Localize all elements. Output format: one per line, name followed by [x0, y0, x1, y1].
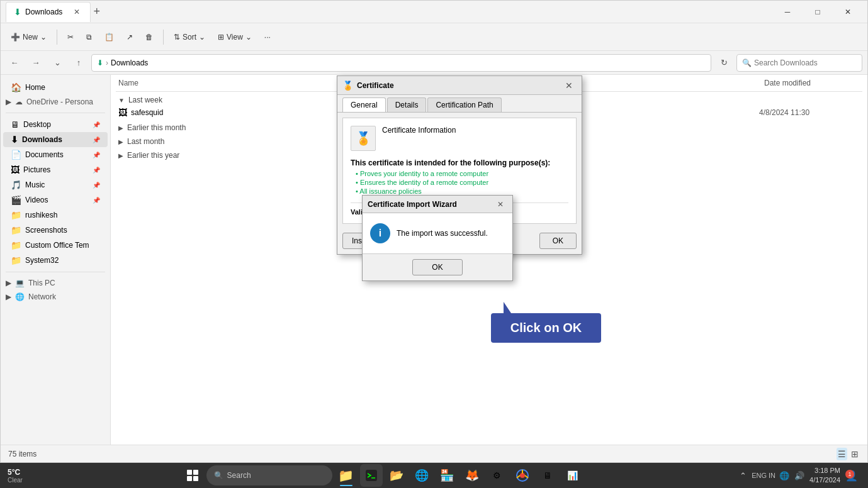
pin-icon-downloads: 📌: [93, 136, 100, 143]
cert-dialog-close-button[interactable]: ✕: [561, 79, 577, 92]
sidebar-item-music[interactable]: 🎵 Music 📌: [3, 177, 108, 192]
file-icon-safesquid: 🖼: [118, 108, 127, 118]
cert-ok-button[interactable]: OK: [539, 233, 577, 249]
more-button[interactable]: ···: [259, 30, 276, 44]
logo-quad-1: [187, 470, 192, 475]
new-tab-button[interactable]: +: [93, 5, 100, 18]
sidebar-label-onedrive: OneDrive - Persona: [26, 97, 93, 106]
copy-button[interactable]: ⧉: [81, 30, 97, 44]
sidebar-item-downloads[interactable]: ⬇ Downloads 📌: [3, 132, 108, 147]
delete-button[interactable]: 🗑: [140, 30, 158, 44]
cut-button[interactable]: ✂: [62, 30, 79, 44]
folder-app-button[interactable]: 📂: [385, 464, 408, 487]
volume-icon[interactable]: 🔊: [793, 470, 806, 482]
remote-app-button[interactable]: 🖥: [536, 464, 559, 487]
back-button[interactable]: ←: [6, 54, 23, 72]
file-date-safesquid: 4/8/2024 11:30: [759, 108, 860, 117]
sidebar-item-documents[interactable]: 📄 Documents 📌: [3, 147, 108, 162]
taskbar-search[interactable]: 🔍 Search: [206, 465, 332, 485]
up-button[interactable]: ↑: [70, 54, 87, 72]
toolbar-separator: [57, 30, 57, 45]
logo-quad-2: [193, 470, 198, 475]
files-app-button[interactable]: 📁: [335, 464, 358, 487]
sidebar-item-this-pc[interactable]: ▶ 💻 This PC: [1, 276, 110, 290]
weather-widget[interactable]: 5°C Clear: [4, 468, 26, 484]
chevron-up-icon[interactable]: ⌃: [738, 470, 748, 482]
sidebar-item-screenshots[interactable]: 📁 Screenshots: [3, 223, 108, 238]
new-button[interactable]: ➕ New ⌄: [6, 30, 52, 44]
rushikesh-icon: 📁: [11, 210, 21, 220]
pc-icon: 💻: [15, 279, 25, 287]
cert-tab-certpath[interactable]: Certification Path: [427, 97, 501, 112]
view-button[interactable]: ⊞ View ⌄: [213, 30, 257, 44]
import-wizard-dialog: Certificate Import Wizard ✕ i The import…: [362, 195, 513, 281]
minimize-button[interactable]: ─: [773, 3, 802, 21]
folder-app-wrap: 📂: [385, 464, 408, 487]
search-box[interactable]: 🔍: [736, 54, 862, 72]
address-path[interactable]: ⬇ › Downloads: [91, 54, 711, 72]
sidebar-item-network[interactable]: ▶ 🌐 Network: [1, 290, 110, 304]
share-button[interactable]: ↗: [121, 30, 138, 44]
store-app-button[interactable]: 🏪: [436, 464, 458, 487]
cert-tab-details[interactable]: Details: [387, 97, 427, 112]
start-button-wrap: [181, 464, 204, 487]
sidebar-label-desktop: Desktop: [23, 120, 51, 129]
view-label: View: [227, 33, 243, 42]
cert-tabs: General Details Certification Path: [337, 95, 582, 113]
weather-desc: Clear: [8, 477, 23, 484]
toolbar: ➕ New ⌄ ✂ ⧉ 📋 ↗ 🗑 ⇅ Sort ⌄ ⊞ View ⌄ ···: [1, 23, 867, 51]
callout-arrow: [504, 302, 511, 313]
list-view-button[interactable]: ☰: [837, 448, 847, 460]
videos-icon: 🎬: [11, 195, 21, 205]
notification-badge: 1: [845, 470, 854, 479]
sidebar-label-documents: Documents: [25, 150, 64, 159]
windows-logo: [187, 470, 198, 481]
maximize-button[interactable]: □: [803, 3, 832, 21]
network-tray-icon[interactable]: 🌐: [778, 470, 791, 482]
app11-button[interactable]: 📊: [561, 464, 584, 487]
sidebar-item-desktop[interactable]: 🖥 Desktop 📌: [3, 117, 108, 132]
sidebar-item-rushikesh[interactable]: 📁 rushikesh: [3, 208, 108, 223]
copy-icon: ⧉: [86, 33, 92, 42]
sidebar-item-pictures[interactable]: 🖼 Pictures 📌: [3, 162, 108, 177]
pin-icon-pictures: 📌: [93, 167, 100, 174]
sidebar-item-system32[interactable]: 📁 System32: [3, 253, 108, 268]
active-tab[interactable]: ⬇ Downloads ✕: [6, 2, 91, 22]
taskbar-clock[interactable]: 3:18 PM 4/17/2024: [809, 466, 840, 485]
clock-date: 4/17/2024: [809, 475, 840, 485]
group-label-earlier-month: Earlier this month: [127, 123, 186, 132]
sidebar-item-videos[interactable]: 🎬 Videos 📌: [3, 192, 108, 208]
search-input[interactable]: [754, 58, 857, 67]
path-folder: Downloads: [111, 58, 148, 67]
column-date[interactable]: Date modified: [762, 77, 862, 89]
sort-button[interactable]: ⇅ Sort ⌄: [169, 30, 210, 44]
recent-button[interactable]: ⌄: [48, 54, 66, 72]
taskbar-center: 🔍 Search 📁 📂 🌐 🏪 🦊 ⚙: [29, 464, 736, 487]
taskbar-left: 5°C Clear: [4, 468, 26, 484]
active-indicator: [340, 485, 352, 486]
pin-icon-documents: 📌: [93, 152, 100, 158]
cert-tab-general[interactable]: General: [342, 97, 386, 112]
sidebar-item-home[interactable]: 🏠 Home: [3, 80, 108, 95]
cert-purposes: This certificate is intended for the fol…: [351, 158, 568, 195]
wizard-ok-button[interactable]: OK: [412, 259, 462, 275]
sidebar-item-onedrive[interactable]: ▶ ☁ OneDrive - Persona: [1, 95, 110, 109]
forward-button[interactable]: →: [27, 54, 45, 72]
close-button[interactable]: ✕: [833, 3, 862, 21]
terminal-app-button[interactable]: [360, 464, 383, 487]
cut-icon: ✂: [67, 33, 74, 42]
expand-icon-pc: ▶: [6, 279, 11, 287]
edge-app-button[interactable]: 🌐: [410, 464, 433, 487]
chrome-app-button[interactable]: [511, 464, 534, 487]
grid-view-button[interactable]: ⊞: [850, 448, 860, 460]
wizard-close-button[interactable]: ✕: [493, 198, 507, 211]
paste-button[interactable]: 📋: [99, 30, 119, 44]
tab-close-button[interactable]: ✕: [71, 6, 82, 18]
sidebar-item-custom-office[interactable]: 📁 Custom Office Tem: [3, 238, 108, 253]
refresh-button[interactable]: ↻: [715, 54, 733, 72]
wizard-title-bar: Certificate Import Wizard ✕: [363, 196, 512, 213]
app8-button[interactable]: ⚙: [486, 464, 509, 487]
view-chevron-icon: ⌄: [245, 33, 252, 42]
start-button[interactable]: [181, 464, 204, 487]
firefox-app-button[interactable]: 🦊: [461, 464, 483, 487]
